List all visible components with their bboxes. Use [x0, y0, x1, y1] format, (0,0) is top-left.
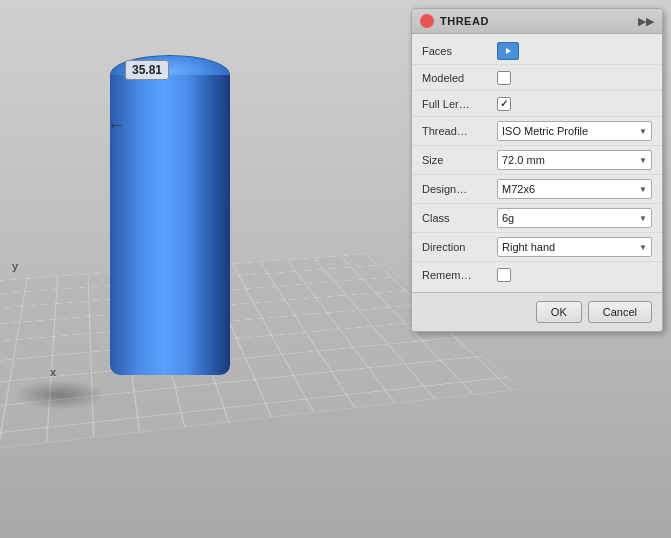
row-modeled: Modeled — [412, 65, 662, 91]
control-designation: M72x6 ▼ — [497, 179, 652, 199]
cylinder-body — [110, 75, 230, 375]
row-size: Size 72.0 mm ▼ — [412, 146, 662, 175]
row-direction: Direction Right hand ▼ — [412, 233, 662, 262]
panel-header-icon — [420, 14, 434, 28]
direction-arrow: ▼ — [639, 243, 647, 252]
designation-value: M72x6 — [502, 183, 535, 195]
label-remember: Remem… — [422, 269, 497, 281]
label-direction: Direction — [422, 241, 497, 253]
label-class: Class — [422, 212, 497, 224]
direction-select[interactable]: Right hand ▼ — [497, 237, 652, 257]
class-select[interactable]: 6g ▼ — [497, 208, 652, 228]
panel-collapse-button[interactable]: ▶▶ — [638, 15, 654, 28]
label-full-length: Full Ler… — [422, 98, 497, 110]
panel-body: Faces Modeled Full Ler… Thread… — [412, 34, 662, 292]
size-arrow: ▼ — [639, 156, 647, 165]
control-modeled — [497, 71, 652, 85]
size-select[interactable]: 72.0 mm ▼ — [497, 150, 652, 170]
label-designation: Design… — [422, 183, 497, 195]
cursor-icon — [506, 48, 511, 54]
thread-panel: THREAD ▶▶ Faces Modeled Full Ler… — [411, 8, 663, 332]
axis-label-x: x — [50, 366, 56, 378]
designation-select[interactable]: M72x6 ▼ — [497, 179, 652, 199]
class-arrow: ▼ — [639, 214, 647, 223]
control-class: 6g ▼ — [497, 208, 652, 228]
remember-checkbox[interactable] — [497, 268, 511, 282]
label-modeled: Modeled — [422, 72, 497, 84]
thread-type-select[interactable]: ISO Metric Profile ▼ — [497, 121, 652, 141]
faces-cursor-button[interactable] — [497, 42, 519, 60]
panel-footer: OK Cancel — [412, 292, 662, 331]
row-designation: Design… M72x6 ▼ — [412, 175, 662, 204]
row-faces: Faces — [412, 38, 662, 65]
modeled-checkbox[interactable] — [497, 71, 511, 85]
designation-arrow: ▼ — [639, 185, 647, 194]
size-value: 72.0 mm — [502, 154, 545, 166]
row-class: Class 6g ▼ — [412, 204, 662, 233]
label-thread-type: Thread… — [422, 125, 497, 137]
control-size: 72.0 mm ▼ — [497, 150, 652, 170]
row-thread-type: Thread… ISO Metric Profile ▼ — [412, 117, 662, 146]
row-remember: Remem… — [412, 262, 662, 288]
control-faces — [497, 42, 652, 60]
dimension-label: 35.81 — [125, 60, 169, 80]
cancel-button[interactable]: Cancel — [588, 301, 652, 323]
control-remember — [497, 268, 652, 282]
thread-type-arrow: ▼ — [639, 127, 647, 136]
direction-value: Right hand — [502, 241, 555, 253]
control-thread-type: ISO Metric Profile ▼ — [497, 121, 652, 141]
row-full-length: Full Ler… — [412, 91, 662, 117]
label-faces: Faces — [422, 45, 497, 57]
axis-label-y: y — [12, 260, 18, 272]
control-direction: Right hand ▼ — [497, 237, 652, 257]
class-value: 6g — [502, 212, 514, 224]
panel-header: THREAD ▶▶ — [412, 9, 662, 34]
cylinder-shadow — [15, 380, 105, 410]
panel-title: THREAD — [440, 15, 632, 27]
ok-button[interactable]: OK — [536, 301, 582, 323]
dimension-arrow: ← — [107, 115, 125, 136]
full-length-checkbox[interactable] — [497, 97, 511, 111]
thread-type-value: ISO Metric Profile — [502, 125, 588, 137]
label-size: Size — [422, 154, 497, 166]
cylinder-object — [110, 55, 230, 375]
control-full-length — [497, 97, 652, 111]
